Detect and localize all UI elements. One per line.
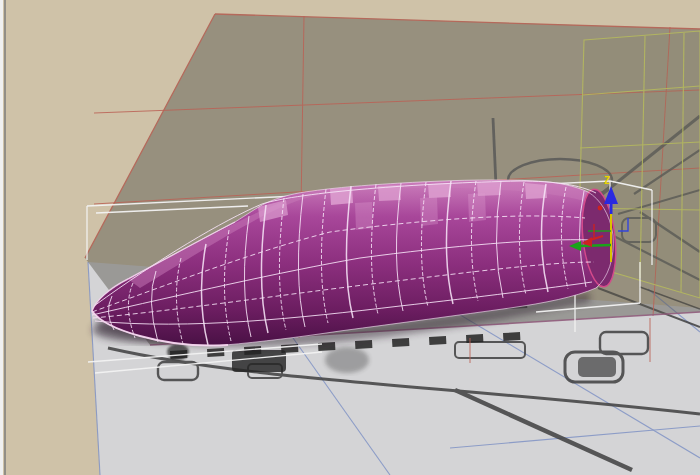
3d-viewport[interactable]: Z — [0, 0, 700, 475]
viewport-left-strip — [0, 0, 3, 475]
viewport-canvas: Z — [0, 0, 700, 475]
z-axis-label: Z — [604, 175, 610, 186]
